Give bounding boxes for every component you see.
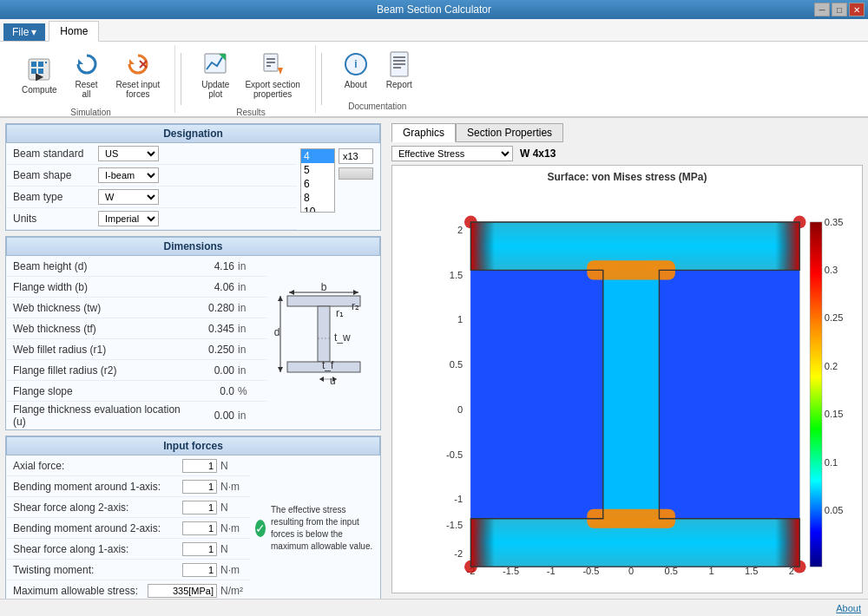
units-row: Units Imperial <box>6 208 297 230</box>
force-row-2: Shear force along 2-axis: N <box>6 497 250 518</box>
beam-type-row: Beam type W <box>6 187 297 208</box>
divider-2 <box>321 53 322 105</box>
ribbon-group-documentation: i About Report Documentation <box>327 45 428 113</box>
size-listbox[interactable]: 4 5 6 8 10 12 14 <box>300 148 335 213</box>
size-item-10[interactable]: 10 <box>301 205 334 213</box>
maximize-button[interactable]: □ <box>832 3 847 16</box>
tab-section-properties[interactable]: Section Properties <box>456 123 563 142</box>
dim-unit-4: in <box>234 344 260 356</box>
size-item-5[interactable]: 5 <box>301 163 334 177</box>
svg-text:-0.5: -0.5 <box>582 566 599 576</box>
force-unit-0: N <box>217 460 243 472</box>
dim-unit-0: in <box>234 260 260 272</box>
svg-text:0.15: 0.15 <box>825 409 844 419</box>
dimensions-fields: Beam height (d) 4.16 in Flange width (b)… <box>6 256 267 429</box>
beam-standard-row: Beam standard US <box>6 143 297 165</box>
dim-value-4: 0.250 <box>182 344 234 356</box>
svg-text:t_w: t_w <box>334 331 351 344</box>
input-forces-header: Input forces <box>6 436 380 455</box>
close-button[interactable]: ✕ <box>849 3 865 16</box>
dim-label-5: Flange fillet radius (r2) <box>13 364 182 377</box>
beam-shape-select[interactable]: I-beam <box>98 167 159 183</box>
scroll-area[interactable] <box>339 167 373 180</box>
force-unit-6: N/m² <box>217 585 243 597</box>
svg-rect-3 <box>45 62 47 63</box>
svg-rect-77 <box>470 270 602 518</box>
svg-text:t_f: t_f <box>322 359 334 371</box>
svg-marker-17 <box>278 68 283 75</box>
force-input-4[interactable] <box>182 542 217 556</box>
file-menu-button[interactable]: File ▾ <box>3 23 45 41</box>
force-unit-4: N <box>217 543 243 555</box>
title-bar: Beam Section Calculator ─ □ ✕ <box>0 0 868 19</box>
force-row-0: Axial force: N <box>6 455 250 476</box>
force-input-1[interactable] <box>182 480 217 494</box>
svg-text:0.1: 0.1 <box>825 457 838 468</box>
input-forces-content: Axial force: N Bending moment around 1-a… <box>6 455 380 599</box>
dim-value-3: 0.345 <box>182 323 234 335</box>
minimize-button[interactable]: ─ <box>814 3 830 16</box>
update-plot-label: Updateplot <box>201 80 229 99</box>
divider-1 <box>181 53 181 105</box>
force-label-3: Bending moment around 2-axis: <box>13 522 182 534</box>
reset-input-label: Reset inputforces <box>116 80 161 99</box>
dim-unit-7: in <box>234 410 260 422</box>
dim-value-6: 0.0 <box>182 385 234 397</box>
size-item-4[interactable]: 4 <box>301 149 334 163</box>
reset-all-button[interactable]: Resetall <box>67 47 107 102</box>
file-dropdown-icon: ▾ <box>31 26 36 38</box>
dim-row-3: Web thickness (tf) 0.345 in <box>6 318 267 339</box>
force-row-1: Bending moment around 1-axis: N·m <box>6 476 250 497</box>
force-input-2[interactable] <box>182 501 217 514</box>
force-label-5: Twisting moment: <box>13 564 182 576</box>
beam-standard-select[interactable]: US <box>98 146 159 161</box>
dim-label-6: Flange slope <box>13 385 182 397</box>
input-forces-section: Input forces Axial force: N Bending mome… <box>5 436 381 599</box>
compute-icon: ▶ <box>25 56 53 83</box>
export-button[interactable]: Export sectionproperties <box>239 47 306 102</box>
stress-type-dropdown[interactable]: Effective Stress <box>391 146 513 161</box>
dim-value-1: 4.06 <box>182 281 234 293</box>
force-label-6: Maximum allowable stress: <box>13 585 148 597</box>
svg-rect-84 <box>775 519 799 567</box>
svg-marker-26 <box>289 290 294 295</box>
ribbon-group-simulation: ▶ Compute Resetall <box>7 45 175 113</box>
report-button[interactable]: Report <box>379 47 419 93</box>
force-input-3[interactable] <box>182 521 217 535</box>
about-label: About <box>345 80 367 89</box>
about-link[interactable]: About <box>836 603 861 613</box>
beam-type-label: Beam type <box>13 191 91 203</box>
window-controls: ─ □ ✕ <box>814 3 865 16</box>
dimensions-content: Beam height (d) 4.16 in Flange width (b)… <box>6 256 380 429</box>
update-plot-button[interactable]: Updateplot <box>195 47 235 102</box>
tab-graphics[interactable]: Graphics <box>391 123 456 142</box>
designation-fields: Beam standard US Beam shape I-beam Beam … <box>6 143 297 230</box>
report-icon <box>385 50 413 78</box>
units-select[interactable]: Imperial <box>98 211 159 226</box>
beam-type-label: W 4x13 <box>520 147 556 160</box>
dim-label-7: Flange thickness evaluation location (u) <box>13 403 182 428</box>
size-item-6[interactable]: 6 <box>301 177 334 191</box>
about-button[interactable]: i About <box>336 47 376 93</box>
beam-type-select[interactable]: W <box>98 189 159 205</box>
dim-value-7: 0.00 <box>182 410 234 422</box>
left-panel: Designation Beam standard US Beam shape … <box>0 118 386 599</box>
force-label-2: Shear force along 2-axis: <box>13 501 182 514</box>
svg-rect-29 <box>287 296 360 306</box>
size-suffix-input[interactable]: x13 <box>339 148 373 164</box>
tab-home[interactable]: Home <box>49 21 99 42</box>
force-input-6[interactable] <box>148 584 217 598</box>
ribbon-tabs: File ▾ Home <box>0 19 868 42</box>
reset-input-button[interactable]: Reset inputforces <box>110 47 167 102</box>
svg-rect-85 <box>603 270 660 518</box>
reset-all-icon <box>73 50 101 78</box>
dim-value-5: 0.00 <box>182 364 234 377</box>
graphics-tabs: Graphics Section Properties <box>391 123 863 142</box>
force-input-0[interactable] <box>182 459 217 473</box>
dim-row-0: Beam height (d) 4.16 in <box>6 256 267 277</box>
force-input-5[interactable] <box>182 563 217 577</box>
force-row-5: Twisting moment: N·m <box>6 560 250 580</box>
svg-text:1.5: 1.5 <box>745 566 758 576</box>
compute-button[interactable]: ▶ Compute <box>16 52 63 98</box>
size-item-8[interactable]: 8 <box>301 191 334 205</box>
